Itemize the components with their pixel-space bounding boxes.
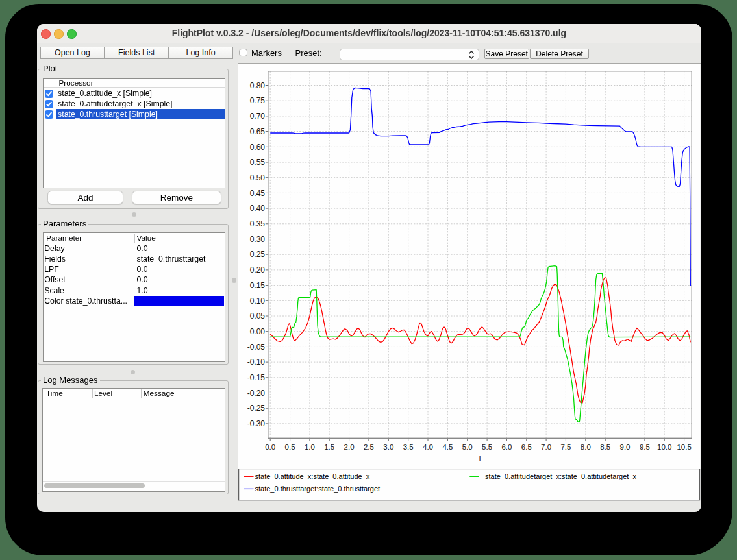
svg-text:-0.10: -0.10 xyxy=(247,358,266,367)
svg-text:T: T xyxy=(477,454,482,463)
svg-text:3.0: 3.0 xyxy=(383,443,393,451)
svg-text:5.5: 5.5 xyxy=(482,443,492,451)
svg-text:-0.20: -0.20 xyxy=(247,389,266,398)
svg-text:0.25: 0.25 xyxy=(250,250,266,260)
svg-text:0.50: 0.50 xyxy=(250,173,266,182)
svg-text:-0.25: -0.25 xyxy=(247,404,266,413)
svg-text:state_0.attitude_x:state_0.att: state_0.attitude_x:state_0.attitude_x xyxy=(255,473,370,481)
svg-text:8.0: 8.0 xyxy=(581,443,591,451)
svg-text:0.80: 0.80 xyxy=(250,81,266,90)
svg-text:0.0: 0.0 xyxy=(265,443,275,451)
svg-text:0.60: 0.60 xyxy=(250,143,266,152)
svg-text:0.45: 0.45 xyxy=(250,189,266,198)
svg-text:6.5: 6.5 xyxy=(521,443,532,451)
svg-text:0.40: 0.40 xyxy=(250,204,266,213)
svg-text:8.5: 8.5 xyxy=(600,443,610,451)
svg-text:state_0.attitudetarget_x:state: state_0.attitudetarget_x:state_0.attitud… xyxy=(485,473,636,481)
svg-text:4.5: 4.5 xyxy=(442,443,453,451)
svg-text:0.55: 0.55 xyxy=(250,158,266,167)
svg-text:0.75: 0.75 xyxy=(250,97,266,106)
svg-text:10.5: 10.5 xyxy=(677,443,691,451)
svg-text:0.20: 0.20 xyxy=(250,265,266,274)
svg-text:-0.15: -0.15 xyxy=(247,373,266,382)
svg-text:6.0: 6.0 xyxy=(501,443,512,451)
svg-text:-0.30: -0.30 xyxy=(247,419,266,428)
svg-text:2.0: 2.0 xyxy=(344,443,355,451)
svg-text:0.00: 0.00 xyxy=(250,327,266,336)
svg-text:0.65: 0.65 xyxy=(250,127,266,136)
svg-text:0.35: 0.35 xyxy=(250,219,266,228)
svg-text:9.5: 9.5 xyxy=(640,443,650,451)
svg-text:0.05: 0.05 xyxy=(250,311,266,321)
svg-text:0.5: 0.5 xyxy=(285,443,295,451)
svg-text:0.30: 0.30 xyxy=(250,235,266,244)
svg-text:4.0: 4.0 xyxy=(423,443,433,451)
svg-text:7.0: 7.0 xyxy=(541,443,551,451)
svg-text:1.5: 1.5 xyxy=(324,443,334,451)
svg-text:3.5: 3.5 xyxy=(403,443,414,451)
svg-text:0.10: 0.10 xyxy=(250,297,266,306)
svg-text:-0.05: -0.05 xyxy=(247,343,266,352)
svg-text:state_0.thrusttarget:state_0.t: state_0.thrusttarget:state_0.thrusttarge… xyxy=(255,485,381,493)
svg-text:7.5: 7.5 xyxy=(560,443,571,451)
svg-text:2.5: 2.5 xyxy=(364,443,374,451)
svg-text:5.0: 5.0 xyxy=(462,443,473,451)
svg-text:1.0: 1.0 xyxy=(305,443,315,451)
svg-text:0.70: 0.70 xyxy=(250,112,266,121)
svg-text:10.0: 10.0 xyxy=(657,443,671,451)
svg-text:9.0: 9.0 xyxy=(620,443,631,451)
svg-text:0.15: 0.15 xyxy=(250,281,266,290)
